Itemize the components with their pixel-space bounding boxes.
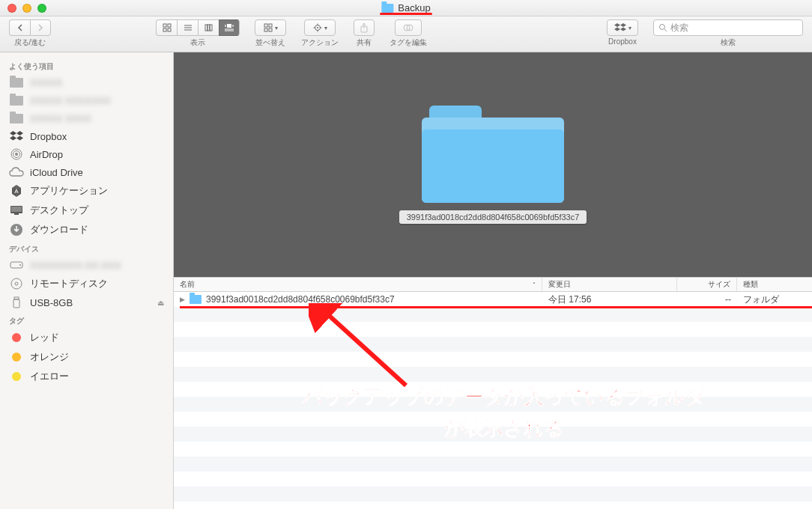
row-modified: 今日 17:56	[542, 293, 677, 306]
svg-rect-11	[225, 25, 226, 27]
svg-rect-15	[264, 24, 267, 27]
tag-yellow-icon	[12, 372, 21, 381]
sidebar-item-icloud[interactable]: iCloud Drive	[0, 163, 173, 181]
share-button[interactable]	[354, 19, 375, 36]
dropbox-button[interactable]: ▾	[607, 19, 638, 36]
sidebar-item-airdrop[interactable]: AirDrop	[0, 145, 173, 163]
folder-icon	[10, 96, 23, 106]
svg-rect-16	[269, 24, 272, 27]
share-label: 共有	[357, 37, 372, 48]
search-placeholder: 検索	[670, 22, 688, 34]
zoom-window-button[interactable]	[37, 4, 46, 13]
sidebar-item-applications[interactable]: A アプリケーション	[0, 181, 173, 201]
action-button[interactable]: ▾	[304, 19, 336, 36]
svg-rect-12	[232, 25, 234, 27]
view-column-button[interactable]	[198, 19, 219, 36]
svg-rect-37	[14, 213, 19, 215]
sidebar: よく使う項目 XXXXX XXXXX XXXXXXX XXXXX XXXX Dr…	[0, 52, 174, 509]
arrange-button[interactable]: ▾	[255, 19, 286, 36]
download-icon	[9, 224, 24, 236]
sidebar-item-remote-disc[interactable]: リモートディスク	[0, 274, 173, 293]
sidebar-favorites-header: よく使う項目	[0, 57, 173, 73]
dropbox-icon	[9, 130, 24, 142]
list-row[interactable]: ▶ 3991f3ad0018cd2dd8d804f658c0069bfd5f33…	[174, 292, 812, 307]
folder-icon	[10, 78, 23, 88]
svg-rect-17	[264, 28, 267, 31]
nav-label: 戻る/進む	[14, 37, 46, 48]
sidebar-item-desktop[interactable]: デスクトップ	[0, 201, 173, 220]
sidebar-tags-header: タグ	[0, 311, 173, 328]
column-modified-header[interactable]: 変更日	[542, 278, 677, 291]
tag-red-icon	[12, 333, 21, 342]
dropbox-label: Dropbox	[608, 37, 637, 46]
search-label: 検索	[721, 37, 736, 48]
svg-rect-36	[11, 207, 22, 212]
folder-icon	[190, 295, 202, 304]
action-label: アクション	[301, 37, 339, 48]
svg-line-30	[664, 29, 667, 31]
search-input[interactable]: 検索	[653, 19, 803, 36]
svg-rect-0	[163, 24, 166, 27]
column-kind-header[interactable]: 種類	[737, 278, 812, 291]
disk-icon	[9, 259, 24, 271]
applications-icon: A	[9, 185, 24, 197]
preview-folder-icon[interactable]	[422, 106, 564, 203]
sidebar-item-dropbox[interactable]: Dropbox	[0, 127, 173, 145]
close-window-button[interactable]	[7, 4, 16, 13]
svg-rect-9	[210, 25, 212, 31]
sidebar-item-usb[interactable]: USB-8GB ⏏	[0, 293, 173, 311]
airdrop-icon	[9, 148, 24, 160]
nav-forward-button[interactable]	[30, 19, 51, 36]
view-label: 表示	[190, 37, 205, 48]
desktop-icon	[9, 204, 24, 216]
minimize-window-button[interactable]	[22, 4, 31, 13]
sidebar-item-blurred-2[interactable]: XXXXX XXXXXXX	[0, 91, 173, 109]
svg-point-29	[660, 25, 665, 30]
edit-tags-button[interactable]	[395, 19, 422, 36]
column-size-header[interactable]: サイズ	[677, 278, 737, 291]
svg-rect-10	[227, 24, 231, 28]
column-name-header[interactable]: 名前˄	[174, 278, 542, 291]
eject-icon[interactable]: ⏏	[157, 299, 164, 307]
title-folder-icon	[381, 4, 393, 13]
svg-point-40	[19, 264, 21, 266]
tag-orange-icon	[12, 353, 21, 362]
svg-rect-3	[168, 28, 171, 31]
arrange-label: 並べ替え	[255, 37, 285, 48]
sidebar-item-blurred-3[interactable]: XXXXX XXXX	[0, 109, 173, 127]
search-icon	[658, 23, 667, 32]
coverflow-preview: 3991f3ad0018cd2dd8d804f658c0069bfd5f33c7	[174, 52, 812, 277]
svg-point-31	[15, 153, 18, 156]
svg-point-41	[11, 278, 22, 289]
row-size: --	[677, 294, 737, 305]
cd-icon	[9, 278, 24, 290]
sidebar-item-blurred-1[interactable]: XXXXX	[0, 73, 173, 91]
view-list-button[interactable]	[177, 19, 198, 36]
view-coverflow-button[interactable]	[219, 19, 240, 36]
sidebar-tag-yellow[interactable]: イエロー	[0, 367, 173, 386]
sidebar-devices-header: デバイス	[0, 240, 173, 256]
svg-rect-18	[269, 28, 272, 31]
view-icon-button[interactable]	[156, 19, 177, 36]
svg-rect-44	[14, 297, 19, 299]
annotation-row-underline	[180, 306, 812, 308]
sidebar-tag-red[interactable]: レッド	[0, 328, 173, 347]
edit-tags-label: タグを編集	[390, 37, 427, 48]
sidebar-tag-orange[interactable]: オレンジ	[0, 347, 173, 367]
row-name: 3991f3ad0018cd2dd8d804f658c0069bfd5f33c7	[206, 294, 395, 305]
svg-point-42	[15, 282, 18, 285]
svg-text:A: A	[14, 188, 19, 195]
svg-rect-43	[13, 299, 19, 308]
folder-icon	[10, 114, 23, 124]
sidebar-item-downloads[interactable]: ダウンロード	[0, 220, 173, 240]
nav-back-button[interactable]	[9, 19, 30, 36]
preview-folder-name: 3991f3ad0018cd2dd8d804f658c0069bfd5f33c7	[399, 210, 587, 224]
svg-rect-1	[168, 24, 171, 27]
svg-rect-2	[163, 28, 166, 31]
sidebar-item-device-blurred[interactable]: XXXXXXXX-XX-XXX	[0, 256, 173, 274]
annotation-title-underline	[380, 13, 432, 15]
usb-icon	[9, 296, 24, 308]
disclosure-triangle-icon[interactable]: ▶	[180, 296, 185, 303]
svg-point-20	[317, 27, 318, 28]
cloud-icon	[9, 166, 24, 178]
